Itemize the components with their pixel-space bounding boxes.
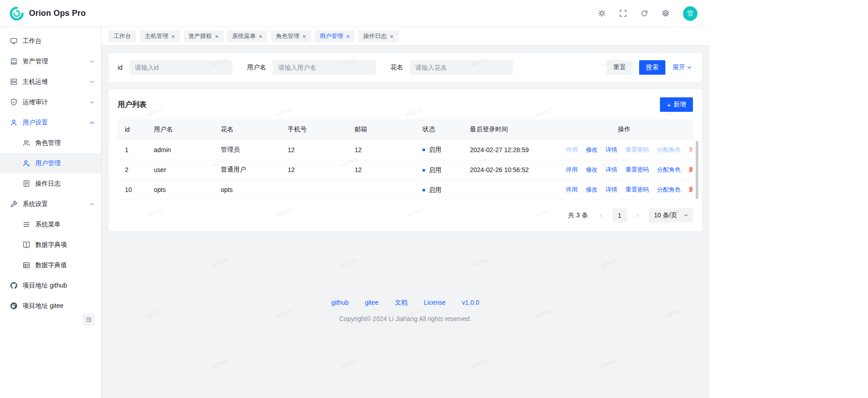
page-number-1[interactable]: 1 [612, 208, 627, 223]
add-label: 新增 [674, 101, 686, 109]
sidebar-item-system-settings[interactable]: 系统设置 [0, 194, 101, 214]
cell-email [347, 180, 415, 200]
sidebar-item-label: 系统设置 [23, 200, 48, 208]
prev-page-button[interactable] [595, 209, 608, 222]
sidebar-item-github-link[interactable]: 项目地址 github [0, 275, 101, 296]
copyright-text: Copyright© 2024 Li Jiahang All rights re… [109, 315, 702, 322]
sidebar-item-workbench[interactable]: 工作台 [0, 31, 101, 51]
user-list-panel: 用户列表 + 新增 [109, 89, 702, 231]
field-label: 用户名 [247, 63, 266, 72]
edit-action[interactable]: 修改 [586, 166, 598, 173]
close-icon[interactable]: × [346, 34, 350, 39]
users-group-icon [23, 139, 30, 147]
tab-operation-logs[interactable]: 操作日志 × [358, 30, 398, 42]
close-icon[interactable]: × [390, 34, 394, 39]
search-button[interactable]: 搜索 [639, 60, 665, 75]
table-grid-icon [23, 261, 30, 269]
tab-asset-authorization[interactable]: 资产授权 × [184, 30, 224, 42]
sidebar-item-role-management[interactable]: 角色管理 [0, 133, 101, 153]
theme-toggle-icon[interactable] [598, 10, 606, 17]
reset-button[interactable]: 重置 [607, 60, 633, 75]
close-icon[interactable]: × [215, 34, 219, 39]
tab-user-management[interactable]: 用户管理 × [314, 30, 355, 42]
user-avatar[interactable]: 管 [683, 6, 697, 21]
page-size-select[interactable]: 10 条/页 [649, 208, 693, 223]
cell-id: 10 [118, 180, 147, 200]
table-header-bar: 用户列表 + 新增 [118, 97, 693, 112]
tab-role-management[interactable]: 角色管理 × [271, 30, 311, 42]
delete-action[interactable]: 删除 [688, 146, 693, 153]
sidebar-item-user-settings[interactable]: 用户设置 [0, 112, 101, 133]
assign-role-action[interactable]: 分配角色 [657, 146, 681, 153]
reset-password-action[interactable]: 重置密码 [626, 186, 649, 193]
tab-system-menu[interactable]: 系统菜单 × [227, 30, 267, 42]
cell-mobile: 12 [280, 140, 347, 160]
disable-action[interactable]: 停用 [566, 146, 578, 153]
table-scrollbar[interactable] [696, 141, 698, 199]
edit-action[interactable]: 修改 [586, 146, 598, 153]
book-open-icon [23, 241, 30, 249]
nickname-input[interactable] [410, 60, 513, 75]
chevron-down-icon [89, 59, 95, 64]
shield-icon [10, 98, 18, 106]
add-user-button[interactable]: + 新增 [660, 97, 693, 112]
expand-button[interactable]: 展开 [672, 60, 693, 75]
server-icon [10, 78, 18, 86]
page-size-value: 10 条/页 [654, 211, 677, 220]
footer-link-version[interactable]: v1.0.0 [462, 299, 479, 307]
sidebar-item-system-menu[interactable]: 系统菜单 [0, 214, 101, 235]
cell-actions: 停用 修改 详情 重置密码 分配角色 删除 [555, 140, 693, 160]
assign-role-action[interactable]: 分配角色 [657, 186, 681, 193]
sidebar-item-host-ops[interactable]: 主机运维 [0, 72, 101, 92]
sidebar-collapse-button[interactable] [83, 314, 95, 326]
id-input[interactable] [129, 60, 232, 75]
app-body: 工作台 资产管理 主机运维 [0, 27, 709, 398]
sidebar-item-label: 数据字典项 [35, 241, 67, 249]
delete-action[interactable]: 删除 [688, 186, 693, 193]
close-icon[interactable]: × [259, 34, 262, 39]
tab-label: 工作台 [114, 32, 131, 40]
sidebar-item-label: 系统菜单 [35, 221, 61, 229]
tab-host-management[interactable]: 主机管理 × [140, 30, 180, 42]
close-icon[interactable]: × [171, 34, 175, 39]
next-page-button[interactable] [631, 209, 644, 222]
detail-action[interactable]: 详情 [606, 186, 617, 193]
delete-action[interactable]: 删除 [688, 166, 693, 173]
col-mobile: 手机号 [280, 119, 347, 140]
sidebar-item-gitee-link[interactable]: 项目地址 gitee [0, 296, 101, 316]
footer-link-docs[interactable]: 文档 [395, 299, 408, 307]
detail-action[interactable]: 详情 [606, 146, 617, 153]
username-input[interactable] [273, 60, 376, 75]
sidebar-item-dict-values[interactable]: 数据字典值 [0, 255, 101, 275]
fullscreen-icon[interactable] [619, 10, 627, 17]
table-wrap: id 用户名 花名 手机号 邮箱 状态 最后登录时间 操作 [118, 119, 693, 200]
user-icon [10, 119, 18, 126]
tab-workbench[interactable]: 工作台 [109, 30, 136, 42]
footer-link-gitee[interactable]: gitee [365, 299, 379, 307]
footer-link-license[interactable]: License [424, 299, 446, 307]
sidebar-item-assets[interactable]: 资产管理 [0, 51, 101, 72]
search-field-id: id [118, 60, 232, 75]
assign-role-action[interactable]: 分配角色 [657, 166, 681, 173]
search-actions: 重置 搜索 展开 [607, 60, 693, 75]
sidebar-item-audit[interactable]: 运维审计 [0, 92, 101, 112]
reset-password-action[interactable]: 重置密码 [626, 166, 649, 173]
detail-action[interactable]: 详情 [606, 166, 617, 173]
footer-link-github[interactable]: github [332, 299, 349, 307]
refresh-icon[interactable] [640, 10, 648, 17]
menu-lines-icon [23, 221, 30, 228]
cell-id: 2 [118, 160, 147, 180]
disable-action[interactable]: 停用 [566, 186, 578, 193]
app-root: Orion Ops Pro [0, 0, 709, 398]
main-area: 工作台 主机管理 × 资产授权 × 系统菜单 × 角色管理 × [101, 27, 709, 398]
settings-gear-icon[interactable] [662, 10, 669, 17]
sidebar-item-user-management[interactable]: 用户管理 [0, 153, 101, 173]
tab-label: 资产授权 [189, 32, 212, 40]
disable-action[interactable]: 停用 [566, 166, 578, 173]
edit-action[interactable]: 修改 [586, 186, 598, 193]
reset-password-action[interactable]: 重置密码 [626, 146, 649, 153]
sidebar-item-operation-logs[interactable]: 操作日志 [0, 173, 101, 194]
sidebar-item-dict-items[interactable]: 数据字典项 [0, 235, 101, 255]
close-icon[interactable]: × [303, 34, 306, 39]
github-icon [10, 282, 18, 289]
